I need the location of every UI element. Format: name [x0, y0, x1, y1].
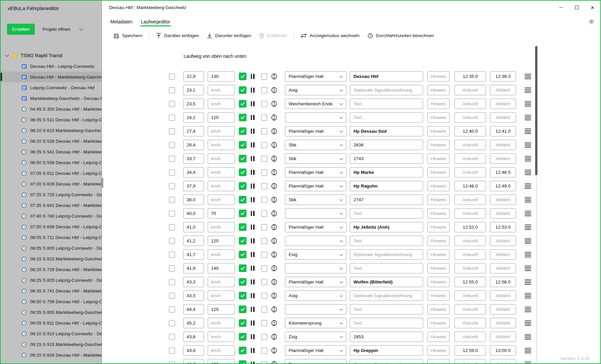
active-checkbox[interactable]: [239, 210, 246, 217]
kilometer-input[interactable]: [183, 99, 204, 109]
kilometer-input[interactable]: [183, 332, 204, 342]
speed-input[interactable]: [208, 359, 235, 363]
schedule-item[interactable]: 07:35 S 641 Dessau Hbf - Markklee: [1, 200, 102, 211]
row-select-checkbox[interactable]: [169, 293, 175, 299]
circle-bar-icon[interactable]: [271, 114, 278, 121]
hinweis-input[interactable]: [427, 249, 449, 260]
speed-input[interactable]: [208, 71, 235, 82]
abfahrt-input[interactable]: [490, 99, 516, 109]
pause-bars-icon[interactable]: [250, 348, 255, 353]
entry-type-select[interactable]: Esig: [285, 359, 346, 363]
row-select-checkbox[interactable]: [169, 197, 175, 203]
circle-bar-icon[interactable]: [271, 101, 278, 107]
row-select-checkbox[interactable]: [169, 156, 175, 162]
kilometer-input[interactable]: [183, 263, 204, 273]
row-select-checkbox[interactable]: [169, 128, 175, 134]
ankunft-input[interactable]: [455, 195, 486, 205]
name-input[interactable]: [350, 345, 423, 356]
circle-bar-icon[interactable]: [271, 210, 278, 217]
active-checkbox[interactable]: [239, 73, 246, 80]
hinweis-input[interactable]: [427, 99, 449, 109]
circle-bar-icon[interactable]: [271, 87, 278, 93]
active-checkbox[interactable]: [239, 251, 246, 258]
ankunft-input[interactable]: [455, 153, 486, 164]
ankunft-input[interactable]: [455, 332, 486, 342]
flag-checkbox[interactable]: [261, 265, 267, 271]
hinweis-input[interactable]: [427, 112, 449, 123]
speed-input[interactable]: [208, 263, 235, 273]
abfahrt-input[interactable]: [490, 140, 516, 150]
pause-bars-icon[interactable]: [250, 225, 255, 230]
speed-input[interactable]: [208, 222, 235, 232]
active-checkbox[interactable]: [239, 155, 246, 162]
schedule-item[interactable]: 07:25 S 725 Leipzig-Connewitz - De: [1, 189, 102, 200]
flag-checkbox[interactable]: [261, 115, 267, 121]
abfahrt-input[interactable]: [490, 153, 516, 164]
hinweis-input[interactable]: [427, 263, 449, 273]
flag-checkbox[interactable]: [261, 142, 267, 148]
name-input[interactable]: [350, 153, 423, 164]
speed-input[interactable]: [208, 167, 235, 177]
row-select-checkbox[interactable]: [169, 279, 175, 285]
pause-bars-icon[interactable]: [250, 129, 255, 134]
drag-handle-icon[interactable]: [524, 348, 531, 353]
circle-bar-icon[interactable]: [271, 224, 278, 230]
speed-input[interactable]: [208, 290, 235, 301]
pause-bars-icon[interactable]: [250, 142, 255, 147]
pause-bars-icon[interactable]: [250, 197, 255, 202]
abfahrt-input[interactable]: [490, 208, 516, 219]
abfahrt-input[interactable]: [490, 277, 516, 287]
name-input[interactable]: [350, 290, 423, 301]
schedule-item[interactable]: 09:15 S 915 Markkleeberg-Gaschwi: [1, 339, 102, 350]
create-button[interactable]: Erstellen: [7, 24, 35, 35]
kilometer-input[interactable]: [183, 167, 204, 177]
hinweis-input[interactable]: [427, 345, 449, 356]
entry-type-select[interactable]: [285, 112, 346, 123]
hinweis-input[interactable]: [427, 153, 449, 164]
entry-type-select[interactable]: [285, 304, 346, 315]
kilometer-input[interactable]: [183, 112, 204, 123]
tab-metadaten[interactable]: Metadaten: [110, 14, 133, 29]
pause-bars-icon[interactable]: [250, 101, 255, 106]
drag-handle-icon[interactable]: [524, 197, 531, 203]
kilometer-input[interactable]: [183, 345, 204, 356]
entry-type-select[interactable]: Planmäßiger Halt: [285, 222, 346, 232]
entry-type-select[interactable]: Esig: [285, 249, 346, 260]
name-input[interactable]: [350, 140, 423, 150]
row-select-checkbox[interactable]: [169, 224, 175, 230]
active-checkbox[interactable]: [239, 196, 246, 204]
name-input[interactable]: [350, 126, 423, 136]
abfahrt-input[interactable]: [490, 332, 516, 342]
hinweis-input[interactable]: [427, 290, 449, 301]
schedule-item[interactable]: 07:05 S 611 Dessau Hbf - Leipzig-C: [1, 168, 102, 178]
pause-bars-icon[interactable]: [250, 115, 255, 120]
name-input[interactable]: [350, 112, 423, 123]
entry-type-select[interactable]: Sbk: [285, 140, 346, 150]
schedule-item[interactable]: 06:05 S 511 Dessau Hbf - Leipzig-C: [1, 114, 102, 125]
row-select-checkbox[interactable]: [169, 238, 175, 244]
ankunft-input[interactable]: [455, 208, 486, 219]
insert-below-button[interactable]: Darunter einfügen: [203, 30, 255, 41]
ankunft-input[interactable]: [455, 222, 486, 232]
drag-handle-icon[interactable]: [524, 252, 531, 257]
row-select-checkbox[interactable]: [169, 183, 175, 189]
entry-type-select[interactable]: Sbk: [285, 153, 346, 164]
ankunft-input[interactable]: [455, 249, 486, 260]
active-checkbox[interactable]: [239, 127, 246, 135]
kilometer-input[interactable]: [183, 318, 204, 328]
row-select-checkbox[interactable]: [169, 87, 175, 93]
flag-checkbox[interactable]: [261, 293, 267, 299]
active-checkbox[interactable]: [239, 237, 246, 245]
ankunft-input[interactable]: [455, 99, 486, 109]
insert-above-button[interactable]: Darüber einfügen: [152, 30, 203, 41]
hinweis-input[interactable]: [427, 181, 449, 191]
kilometer-input[interactable]: [183, 85, 204, 95]
row-select-checkbox[interactable]: [169, 265, 175, 271]
circle-bar-icon[interactable]: [271, 155, 278, 162]
active-checkbox[interactable]: [239, 114, 246, 121]
flag-checkbox[interactable]: [261, 87, 267, 93]
speed-input[interactable]: [208, 236, 235, 246]
scrollbar-thumb[interactable]: [535, 46, 537, 175]
hinweis-input[interactable]: [427, 195, 449, 205]
speed-input[interactable]: [208, 99, 235, 109]
